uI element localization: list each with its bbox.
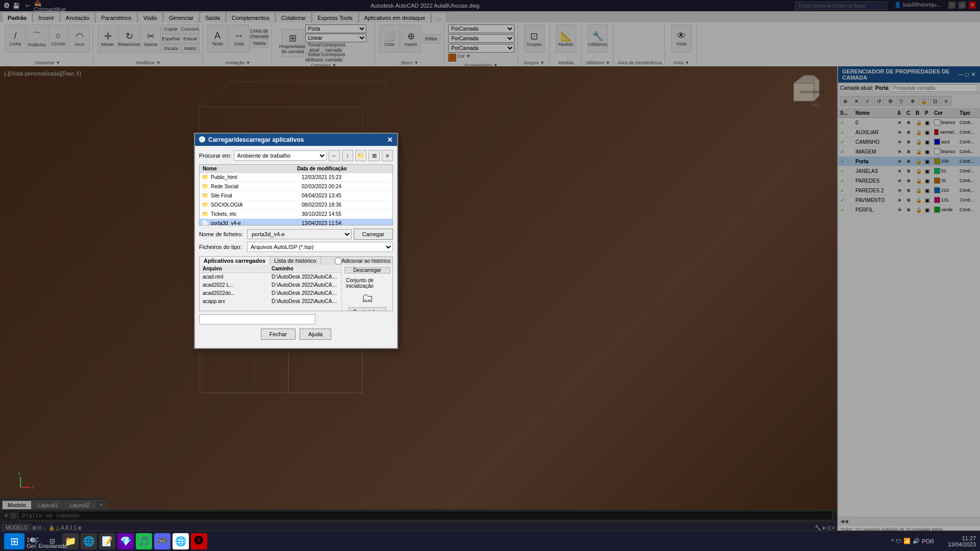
- dialog-overlay: 🅐 Carregar/descarregar aplicativos ✕ Pro…: [0, 0, 980, 551]
- file-row-5[interactable]: 📄 porta3d_v4-e 13/04/2023 11:54: [200, 219, 393, 226]
- app-file-0: acad.mnl: [202, 274, 271, 280]
- file-row-3[interactable]: 📁 SOCIOLOGIA 08/02/2023 18:36: [200, 201, 393, 210]
- time-display: 11:27: [948, 535, 976, 541]
- weather-temp: 14°C: [27, 537, 39, 543]
- close-dialog-button[interactable]: Fechar: [261, 329, 296, 340]
- file-name-5: porta3d_v4-e: [211, 220, 300, 226]
- file-name-1: Rede Social: [211, 184, 300, 189]
- system-tray-up[interactable]: ^: [891, 538, 894, 544]
- help-button[interactable]: Ajuda: [300, 329, 331, 340]
- file-name-label: Nome de ficheiro:: [199, 231, 245, 237]
- system-lang: POR: [922, 538, 934, 544]
- file-row-1[interactable]: 📁 Rede Social 02/03/2023 00:24: [200, 182, 393, 191]
- folder-icon-3: 📁: [202, 202, 209, 208]
- apps-row-0[interactable]: acad.mnl D:\AutoDesk 2022\AutoCAD 2022\.…: [200, 273, 341, 281]
- tab-history[interactable]: Lista de histórico: [270, 257, 321, 265]
- apps-section: Aplicativos carregados Lista de históric…: [199, 256, 393, 311]
- app-path-0: D:\AutoDesk 2022\AutoCAD 2022\...: [271, 274, 339, 280]
- apps-list: Arquivo Caminho acad.mnl D:\AutoDesk 202…: [200, 265, 341, 311]
- look-in-row: Procurar em: Ambiente de trabalho ← ↑ 📁 …: [199, 150, 393, 161]
- file-name-2: Site Final: [211, 193, 300, 198]
- folder-icon-4: 📁: [202, 211, 209, 217]
- app-path-3: D:\AutoDesk 2022\AutoCAD 2022\...: [271, 298, 339, 304]
- file-date-2: 04/04/2023 13:45: [302, 193, 390, 198]
- dialog-view-icons-btn[interactable]: ≡: [382, 150, 393, 161]
- dialog-title-text: Carregar/descarregar aplicativos: [208, 136, 304, 143]
- taskbar-autocad[interactable]: 🅐: [191, 533, 207, 549]
- apps-row-1[interactable]: acad2022 L... D:\AutoDesk 2022\AutoCAD 2…: [200, 281, 341, 289]
- file-date-1: 02/03/2023 00:24: [302, 184, 390, 189]
- dialog-close-button[interactable]: ✕: [387, 136, 393, 144]
- look-in-label: Procurar em:: [199, 153, 232, 159]
- file-name-0: Public_html: [211, 174, 300, 180]
- taskbar-music[interactable]: 🎵: [136, 533, 152, 549]
- look-in-select[interactable]: Ambiente de trabalho: [234, 151, 327, 161]
- file-name-4: Tickets, etc: [211, 211, 300, 217]
- dialog-create-folder-btn[interactable]: 📁: [355, 150, 366, 161]
- folder-icon-1: 📁: [202, 183, 209, 190]
- app-file-1: acad2022 L...: [202, 282, 271, 288]
- tab-loaded-apps[interactable]: Aplicativos carregados: [200, 257, 270, 265]
- folder-icon-2: 📁: [202, 192, 209, 199]
- apps-col-arquivo: Arquivo: [202, 266, 271, 271]
- app-path-2: D:\AutoDesk 2022\AutoCAD 2022\...: [271, 290, 339, 296]
- taskbar-browser[interactable]: 🌐: [81, 533, 97, 549]
- weather-desc: Ger. Ensolarado: [27, 543, 67, 549]
- apps-table: Arquivo Caminho acad.mnl D:\AutoDesk 202…: [200, 265, 393, 311]
- file-name-3: SOCIOLOGIA: [211, 202, 300, 208]
- startup-label: Conjunto de inicialização: [346, 278, 388, 289]
- taskbar-gem[interactable]: 💎: [117, 533, 134, 549]
- dialog-buttons: Fechar Ajuda: [199, 327, 393, 344]
- app-file-2: acad2022do...: [202, 290, 271, 296]
- taskbar-discord[interactable]: 🎮: [154, 533, 170, 549]
- file-type-select[interactable]: Arquivos AutoLISP (*.lsp): [247, 242, 393, 252]
- bottom-input-row: [199, 314, 393, 324]
- file-date-4: 30/10/2022 14:55: [302, 211, 390, 217]
- file-row-4[interactable]: 📁 Tickets, etc 30/10/2022 14:55: [200, 210, 393, 219]
- add-history-row: Adicionar ao histórico: [321, 257, 393, 265]
- date-display: 13/04/2023: [948, 541, 976, 547]
- file-date-5: 13/04/2023 11:54: [302, 220, 390, 226]
- unload-button[interactable]: Descarregar: [345, 267, 390, 273]
- contents-button[interactable]: Conteúdo...: [348, 307, 386, 311]
- apps-row-3[interactable]: acapp.arx D:\AutoDesk 2022\AutoCAD 2022\…: [200, 297, 341, 306]
- taskbar: ⊞ 🔍 ⊟ 📁 🌐 📝 💎 🎵 🎮 🌐 🅐 14°C Ger. Ensolara…: [0, 531, 980, 551]
- apps-row-2[interactable]: acad2022do... D:\AutoDesk 2022\AutoCAD 2…: [200, 289, 341, 297]
- file-row-2[interactable]: 📁 Site Final 04/04/2023 13:45: [200, 191, 393, 201]
- app-path-1: D:\AutoDesk 2022\AutoCAD 2022\...: [271, 282, 339, 288]
- dialog-titlebar: 🅐 Carregar/descarregar aplicativos ✕: [195, 134, 397, 146]
- app-file-3: acapp.arx: [202, 298, 271, 304]
- file-date-3: 08/02/2023 18:36: [302, 202, 390, 208]
- dialog-body: Procurar em: Ambiente de trabalho ← ↑ 📁 …: [195, 146, 397, 348]
- col-nome: Nome: [202, 166, 296, 171]
- system-wifi[interactable]: 📶: [903, 538, 911, 544]
- file-row-0[interactable]: 📁 Public_html 12/03/2021 15:23: [200, 173, 393, 182]
- taskbar-system-icons: ^ 🛡 📶 🔊 POR: [891, 538, 934, 544]
- taskbar-time[interactable]: 11:27 13/04/2023: [948, 535, 976, 547]
- file-list[interactable]: Nome Data de modificação 📁 Public_html 1…: [199, 164, 393, 226]
- apps-right: Descarregar Conjunto de inicialização 🗂 …: [341, 265, 393, 311]
- startup-icon: 🗂: [361, 291, 374, 305]
- file-icon-5: 📄: [202, 220, 209, 226]
- taskbar-chrome[interactable]: 🌐: [173, 533, 189, 549]
- folder-icon-0: 📁: [202, 174, 209, 181]
- dialog-view-details-btn[interactable]: ⊞: [369, 150, 380, 161]
- file-type-row: Ficheiros do tipo: Arquivos AutoLISP (*.…: [199, 242, 393, 252]
- dialog-back-btn[interactable]: ←: [329, 150, 340, 161]
- system-volume[interactable]: 🔊: [913, 538, 920, 544]
- dialog-app-icon: 🅐: [199, 136, 205, 143]
- taskbar-notepad[interactable]: 📝: [99, 533, 115, 549]
- file-list-header: Nome Data de modificação: [200, 165, 393, 173]
- apps-col-header: Arquivo Caminho: [200, 265, 341, 273]
- apps-tabs: Aplicativos carregados Lista de históric…: [200, 257, 393, 265]
- start-button[interactable]: ⊞: [4, 533, 24, 549]
- load-button[interactable]: Carregar: [354, 229, 393, 240]
- dialog-up-btn[interactable]: ↑: [342, 150, 353, 161]
- file-name-input[interactable]: porta3d_v4-e: [247, 229, 352, 239]
- apps-col-caminho: Caminho: [271, 266, 339, 271]
- bottom-input[interactable]: [199, 314, 315, 324]
- col-data: Data de modificação: [296, 166, 390, 171]
- add-to-history-label: Adicionar ao histórico: [341, 258, 390, 264]
- file-name-row: Nome de ficheiro: porta3d_v4-e Carregar: [199, 229, 393, 240]
- add-to-history-checkbox[interactable]: [335, 258, 341, 264]
